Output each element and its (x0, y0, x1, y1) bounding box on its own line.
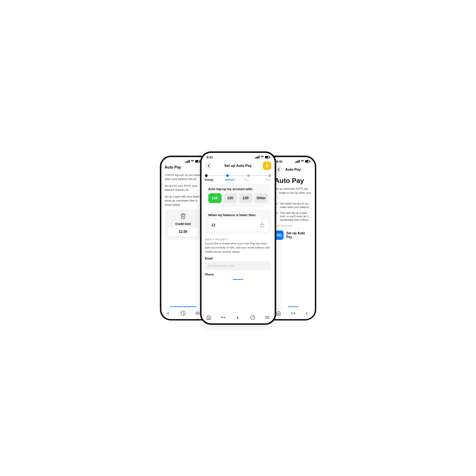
email-input[interactable]: sam@example.com (205, 261, 271, 270)
balance-section-title: When my balance is lower than: (208, 213, 268, 217)
credit-limit-label: Credit limit (175, 222, 191, 226)
center-tab-pay[interactable] (216, 315, 231, 320)
wifi-icon (191, 160, 194, 163)
check-text-1: Set repeat top-ups for yo... meter when … (280, 202, 311, 209)
center-tab-menu[interactable] (260, 315, 274, 320)
center-active-indicator (233, 279, 243, 280)
svg-text:?: ? (183, 312, 184, 315)
center-tab-bar: £ ? (202, 313, 275, 323)
signal-icon (185, 160, 190, 163)
left-content: c PAYG top-ups so you never when your ba… (161, 171, 205, 306)
step-line-2 (229, 175, 247, 176)
center-nav-bar: Set up Auto Pay (202, 160, 275, 172)
lightning-action-button[interactable] (263, 162, 271, 170)
left-nav: Auto Pay (161, 164, 205, 171)
check-text-2: Your auto top-up is paid ... card, so yo… (280, 211, 311, 222)
step-dot-energy (205, 174, 208, 177)
svg-text:?: ? (252, 316, 254, 319)
receipt-desc: If you'd like a receipt when your Auto P… (205, 241, 271, 254)
right-phone: 9:41 Auto Pay Auto Pay (270, 156, 316, 321)
check-item-2: Your auto top-up is paid ... card, so yo… (275, 211, 311, 222)
right-active-indicator (288, 306, 298, 307)
right-status-icons (295, 160, 310, 163)
balance-value: £2 (212, 223, 216, 227)
balance-input-row[interactable]: £2 (208, 219, 268, 231)
svg-rect-6 (260, 224, 264, 227)
amount-section: Auto top-up my account with: £10 £20 £30… (205, 184, 271, 206)
receipt-section: NEED A RECEIPT? If you'd like a receipt … (202, 237, 275, 279)
left-phone: Auto Pay c PAYG top-ups so you never whe… (160, 156, 206, 321)
credit-card: Credit limit £2.00 (165, 209, 202, 239)
center-tab-help[interactable]: ? (245, 315, 260, 320)
amount-buttons: £10 £20 £30 Other (208, 193, 268, 203)
right-tab-pounds[interactable]: £ (300, 311, 315, 316)
autopay-desc: Set up automatic PAYG top-u... forget to… (275, 187, 311, 199)
right-nav-title: Auto Pay (285, 168, 301, 172)
check-item-1: Set repeat top-ups for yo... meter when … (275, 202, 311, 209)
setup-btn-label: Set up Auto Pay (286, 231, 311, 239)
amount-section-title: Auto top-up my account with: (208, 187, 268, 191)
center-status-icons (255, 155, 270, 159)
amount-btn-10[interactable]: £10 (208, 193, 221, 203)
svg-text:£: £ (237, 316, 239, 319)
get-started-label: GET STARTED (275, 225, 311, 229)
left-body-text-1: c PAYG top-ups so you never when your ba… (165, 173, 202, 181)
step-dot-amount (226, 174, 229, 177)
step-label-energy: Energy (205, 178, 221, 181)
receipt-label: NEED A RECEIPT? (205, 238, 271, 241)
center-tab-home[interactable] (202, 315, 216, 320)
right-nav-bar: Auto Pay (271, 164, 315, 175)
center-battery-icon (265, 156, 270, 158)
right-content: Auto Pay Set up automatic PAYG top-u... … (271, 175, 315, 306)
scene: Auto Pay c PAYG top-ups so you never whe… (126, 143, 350, 333)
center-phone: 9:41 Set up Auto Pay (200, 152, 276, 325)
amount-btn-30[interactable]: £30 (239, 193, 253, 203)
lock-icon (260, 222, 265, 228)
center-signal-icon (255, 156, 259, 159)
right-tab-bar: £ (271, 308, 315, 319)
step-label-done: Done (255, 178, 271, 181)
center-time: 9:41 (207, 155, 213, 159)
right-tab-pay[interactable] (286, 311, 300, 316)
left-status-icons (185, 160, 200, 163)
left-body-text-3: op-up is paid with your bank ll never go… (165, 195, 202, 207)
right-status-bar: 9:41 (271, 157, 315, 164)
right-time: 9:41 (276, 160, 283, 163)
left-active-indicator (170, 306, 196, 307)
center-status-bar: 9:41 (202, 153, 275, 160)
center-tab-pounds[interactable]: £ (231, 315, 245, 320)
autopay-title: Auto Pay (275, 177, 311, 185)
amount-btn-other[interactable]: Other (255, 193, 268, 203)
left-tab-bar: £ ? (161, 308, 205, 319)
left-page-title: Auto Pay (165, 165, 181, 169)
left-body-text-2: op-ups for your PAYG your balance reache… (165, 184, 202, 192)
step-label-pay: Pay (238, 178, 255, 181)
svg-text:£: £ (167, 311, 169, 315)
tab-pounds[interactable]: £ (161, 311, 176, 316)
balance-section: When my balance is lower than: £2 (205, 210, 271, 235)
phone-label: Phone (205, 273, 271, 276)
right-wifi-icon (301, 160, 304, 163)
step-dot-done (268, 174, 271, 177)
back-button[interactable] (205, 162, 213, 170)
email-label: Email (205, 257, 271, 260)
center-nav-title: Set up Auto Pay (224, 164, 252, 168)
right-signal-icon (295, 160, 300, 163)
right-battery-icon (305, 160, 310, 163)
step-line-1 (208, 175, 226, 176)
step-line-3 (250, 175, 268, 176)
svg-text:£: £ (306, 311, 308, 315)
center-wifi-icon (260, 155, 264, 159)
step-label-amount: Amount (221, 178, 238, 181)
trash-icon (180, 213, 186, 221)
amount-btn-20[interactable]: £20 (224, 193, 237, 203)
battery-icon (195, 160, 200, 163)
credit-amount: £2.00 (168, 227, 198, 236)
left-status-bar (161, 157, 205, 164)
step-dot-pay (247, 174, 250, 177)
setup-auto-pay-button[interactable]: Set up Auto Pay (275, 231, 311, 240)
stepper: Energy Amount Pay Done (202, 172, 275, 182)
tab-help[interactable]: ? (176, 311, 190, 316)
